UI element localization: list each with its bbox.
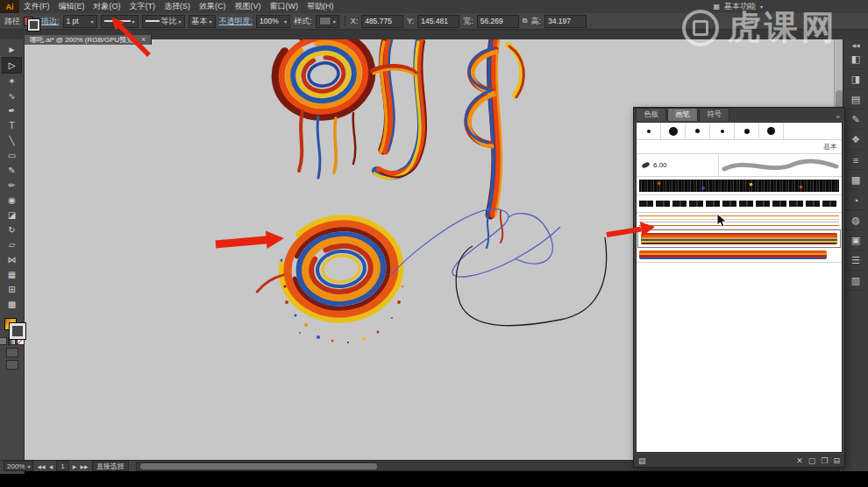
stroke-swatch[interactable] [10,323,25,339]
eraser-tool[interactable]: ◪ [3,208,21,222]
blob-brush-tool[interactable]: ◉ [3,193,21,208]
remove-brush-stroke-icon[interactable]: ✕ [796,456,803,465]
tab-symbols[interactable]: 符号 [699,108,729,121]
brush-item-charcoal[interactable] [637,177,842,195]
artwork-characters[interactable] [373,39,523,248]
swatches-panel-icon[interactable]: ▤ [845,90,866,109]
stroke-panel-icon[interactable]: ≡ [845,151,866,170]
selection-tool[interactable]: ► [3,42,21,57]
artwork-top-o-drips[interactable] [299,111,355,178]
stroke-width-combo[interactable]: ▾ [63,15,97,28]
constrain-proportions-icon[interactable]: ⧉ [523,17,528,25]
last-artboard-button[interactable]: ▶▶ [80,463,88,469]
height-field[interactable] [544,15,587,28]
zoom-control[interactable]: 200% ▾ [4,461,33,471]
brushes-panel-icon[interactable]: ✎ [845,110,866,130]
type-tool[interactable]: T [3,118,21,133]
gradient-panel-icon[interactable]: ▩ [845,171,866,190]
brush-item-gray-wave[interactable] [719,154,842,176]
dock-expand-icon[interactable]: ◀◀ [851,39,859,50]
menu-file[interactable]: 文件(F) [19,1,54,12]
line-segment-tool[interactable]: ╲ [3,133,21,148]
artwork-bottom-o[interactable] [250,212,405,328]
menu-object[interactable]: 对象(O) [89,1,125,12]
paintbrush-tool[interactable]: ✎ [3,163,21,178]
x-field[interactable] [361,15,403,28]
pencil-tool[interactable]: ✏ [3,178,21,193]
brush-item-round-5[interactable] [735,123,759,139]
style-combo[interactable]: ▾ [316,15,339,28]
width-input[interactable] [480,17,516,26]
line-style-caret-icon[interactable]: ▾ [132,18,135,25]
tab-swatches[interactable]: 色板 [636,108,666,121]
gradient-tool[interactable]: ▩ [3,297,21,312]
draw-mode-button[interactable] [6,348,18,357]
opacity-combo[interactable]: ▾ [256,15,290,28]
color-panel-icon[interactable]: ◧ [845,50,866,69]
menu-select[interactable]: 选择(S) [160,1,195,12]
artwork-top-o[interactable] [269,39,379,124]
first-artboard-button[interactable]: ◀◀ [37,463,45,469]
layers-panel-icon[interactable]: ☰ [845,251,866,271]
direct-selection-tool[interactable]: ▷ [2,57,22,74]
document-tab[interactable]: 哪吒.ai* @ 200% (RGB/GPU预览) × [25,35,152,45]
brush-item-outline[interactable] [637,213,842,229]
color-mode-button[interactable] [0,337,7,345]
next-artboard-button[interactable]: ▶ [73,463,77,469]
brush-options-icon[interactable]: ▢ [808,456,816,465]
symbols-panel-icon[interactable]: ❖ [845,131,866,150]
brush-item-round-2[interactable] [661,123,686,139]
stroke-width-caret-icon[interactable]: ▾ [91,18,94,25]
brush-item-round-6[interactable] [759,123,784,139]
opacity-input[interactable] [260,17,282,26]
tab-brushes[interactable]: 画笔 [667,108,698,121]
workspace-switcher[interactable]: 基本功能 [724,1,756,12]
brush-item-dashed[interactable] [637,195,842,213]
height-input[interactable] [548,17,583,26]
workspace-caret-icon[interactable]: ▾ [760,4,763,10]
brush-item-round-1[interactable] [637,123,661,139]
brush-item-rainbow-selected[interactable] [637,229,841,248]
x-input[interactable] [365,17,400,26]
mesh-tool[interactable]: ⊞ [3,282,21,297]
brush-libraries-icon[interactable]: ▤ [638,456,646,465]
brush-item-round-3[interactable] [686,123,710,139]
menu-type[interactable]: 文字(T) [125,1,160,12]
artwork-blue-path[interactable] [392,209,560,277]
brush-item-6pt[interactable]: 6.00 [637,154,842,177]
graphic-styles-panel-icon[interactable]: ▣ [845,231,866,251]
menu-view[interactable]: 视图(V) [231,1,266,12]
stroke-well[interactable] [28,19,39,31]
rotate-tool[interactable]: ↻ [3,222,21,237]
appearance-panel-icon[interactable]: ◍ [845,211,866,230]
delete-brush-icon[interactable]: ⊟ [833,456,840,465]
magic-wand-tool[interactable]: ✶ [3,74,21,88]
opacity-panel-link[interactable]: 不透明度: [219,16,253,27]
transparency-panel-icon[interactable]: ◔ [845,191,866,210]
artwork-black-path[interactable] [456,237,606,326]
menu-effect[interactable]: 效果(C) [195,1,231,12]
tab-close-icon[interactable]: × [141,36,146,44]
horizontal-scrollbar-thumb[interactable] [140,463,377,469]
width-tool[interactable]: ⋈ [3,252,21,267]
layout-switcher-icon[interactable]: ▦ [713,3,720,11]
new-brush-icon[interactable]: ❐ [821,456,828,465]
scale-tool[interactable]: ▱ [3,237,21,252]
zoom-caret-icon[interactable]: ▾ [27,463,30,469]
menu-edit[interactable]: 编辑(E) [54,1,89,12]
fill-stroke-indicator[interactable] [4,317,21,335]
line-style-combo[interactable]: ▾ [101,15,139,28]
brush-definition-combo[interactable]: 基本 ▾ [189,15,216,28]
color-guide-panel-icon[interactable]: ◨ [845,70,866,89]
menu-window[interactable]: 窗口(W) [266,1,303,12]
artboards-panel-icon[interactable]: ▥ [845,272,866,291]
fill-stroke-wells[interactable] [24,16,38,27]
stroke-panel-link[interactable]: 描边: [41,16,60,27]
panel-collapse-icon[interactable]: » [836,113,844,121]
pen-tool[interactable]: ✒ [3,103,21,118]
opacity-caret-icon[interactable]: ▾ [284,18,287,25]
brush-item-rainbow-2[interactable] [637,248,842,263]
artboard-number-field[interactable]: 1 [56,461,68,471]
brush-item-round-4[interactable] [710,123,735,139]
y-input[interactable] [421,17,456,26]
